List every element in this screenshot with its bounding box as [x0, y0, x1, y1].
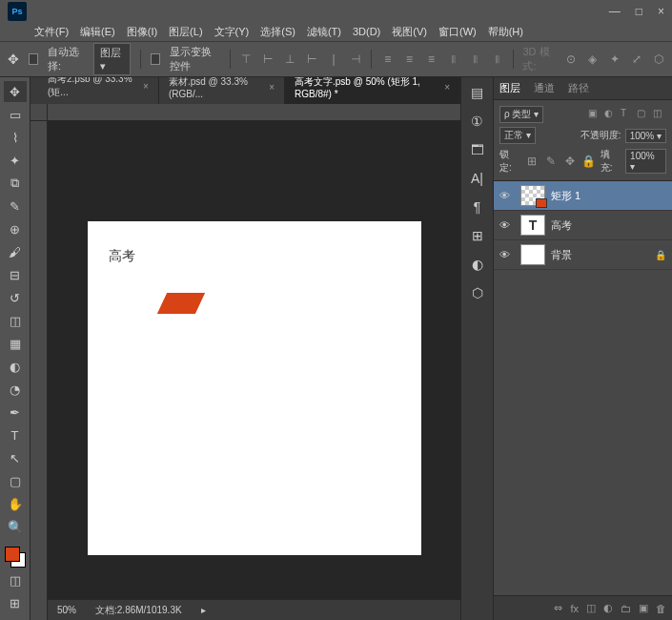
paragraph-panel-icon[interactable]: A|: [471, 171, 483, 186]
auto-select-dropdown[interactable]: 图层 ▾: [93, 43, 131, 75]
align-left-icon[interactable]: ⊢: [306, 52, 318, 67]
quickmask-tool[interactable]: ◫: [4, 569, 27, 590]
align-top-icon[interactable]: ⊤: [240, 52, 253, 67]
dodge-tool[interactable]: ◔: [4, 379, 27, 400]
filter-adjust-icon[interactable]: ◐: [604, 108, 618, 121]
layer-thumbnail[interactable]: T: [520, 215, 545, 236]
lasso-tool[interactable]: ⌇: [4, 127, 27, 148]
close-button[interactable]: ×: [658, 5, 664, 18]
menu-window[interactable]: 窗口(W): [438, 25, 477, 39]
distribute-icon-5[interactable]: ⫴: [469, 52, 481, 67]
menu-type[interactable]: 文字(Y): [214, 25, 250, 39]
show-transform-checkbox[interactable]: [151, 53, 160, 65]
stamp-tool[interactable]: ⊟: [4, 264, 27, 285]
menu-view[interactable]: 视图(V): [392, 25, 427, 39]
swatches-panel-icon[interactable]: ⊞: [472, 228, 483, 243]
crop-tool[interactable]: ⧉: [4, 173, 27, 194]
styles-panel-icon[interactable]: ⬡: [472, 285, 483, 300]
distribute-icon-4[interactable]: ⫴: [447, 52, 459, 67]
distribute-icon-6[interactable]: ⫴: [491, 52, 503, 67]
maximize-button[interactable]: □: [636, 5, 642, 18]
brush-tool[interactable]: 🖌: [4, 241, 27, 262]
layer-thumbnail[interactable]: [520, 185, 545, 206]
tab-2[interactable]: 素材.psd @ 33.3%(RGB/...×: [159, 77, 285, 104]
distribute-icon-1[interactable]: ≡: [381, 52, 394, 67]
distribute-icon-3[interactable]: ≡: [425, 52, 438, 67]
adjustment-layer-icon[interactable]: ◐: [603, 602, 613, 614]
layer-row[interactable]: 👁 背景 🔒: [494, 240, 672, 270]
lock-all-icon[interactable]: 🔒: [581, 154, 597, 169]
layer-filter-dropdown[interactable]: ρ 类型 ▾: [499, 106, 543, 123]
visibility-toggle[interactable]: 👁: [499, 249, 515, 260]
layer-row[interactable]: 👁 T 高考: [494, 211, 672, 240]
menu-edit[interactable]: 编辑(E): [80, 25, 115, 39]
minimize-button[interactable]: —: [609, 5, 621, 18]
channels-tab[interactable]: 通道: [534, 81, 555, 95]
layer-row[interactable]: 👁 矩形 1: [494, 181, 672, 211]
visibility-toggle[interactable]: 👁: [499, 190, 515, 201]
canvas-area[interactable]: 高考: [48, 121, 460, 599]
eyedropper-tool[interactable]: ✎: [4, 196, 27, 217]
screenmode-tool[interactable]: ⊞: [4, 592, 27, 613]
opacity-input[interactable]: 100% ▾: [625, 129, 666, 143]
zoom-tool[interactable]: 🔍: [4, 516, 27, 537]
fx-icon[interactable]: fx: [570, 603, 579, 614]
group-icon[interactable]: 🗀: [621, 603, 631, 614]
brush-panel-icon[interactable]: ¶: [474, 199, 481, 215]
layer-name[interactable]: 高考: [551, 218, 666, 233]
type-tool[interactable]: T: [4, 424, 27, 445]
tab-close-icon[interactable]: ×: [444, 82, 450, 93]
properties-panel-icon[interactable]: ①: [471, 114, 483, 129]
menu-filter[interactable]: 滤镜(T): [307, 25, 341, 39]
blur-tool[interactable]: ◐: [4, 356, 27, 377]
ruler-horizontal[interactable]: [48, 104, 460, 121]
menu-file[interactable]: 文件(F): [34, 25, 69, 39]
eraser-tool[interactable]: ◫: [4, 310, 27, 331]
wand-tool[interactable]: ✦: [4, 150, 27, 171]
blend-mode-dropdown[interactable]: 正常 ▾: [499, 127, 536, 144]
color-swatch[interactable]: [5, 547, 26, 568]
new-layer-icon[interactable]: ▣: [639, 602, 648, 614]
zoom-level[interactable]: 50%: [57, 605, 76, 615]
lock-transparency-icon[interactable]: ⊞: [524, 154, 540, 169]
path-tool[interactable]: ↖: [4, 447, 27, 468]
align-right-icon[interactable]: ⊣: [350, 52, 362, 67]
mask-icon[interactable]: ◫: [586, 602, 596, 614]
menu-image[interactable]: 图像(I): [127, 25, 157, 39]
ruler-vertical[interactable]: [31, 121, 48, 620]
layer-name[interactable]: 背景: [551, 248, 649, 262]
paths-tab[interactable]: 路径: [568, 81, 589, 95]
filter-text-icon[interactable]: T: [621, 108, 634, 121]
shape-tool[interactable]: ▢: [4, 470, 27, 491]
foreground-color[interactable]: [5, 547, 20, 562]
healing-tool[interactable]: ⊕: [4, 218, 27, 239]
auto-select-checkbox[interactable]: [29, 53, 38, 65]
menu-select[interactable]: 选择(S): [260, 25, 295, 39]
doc-info[interactable]: 文档:2.86M/1019.3K: [95, 604, 182, 617]
filter-smart-icon[interactable]: ◫: [653, 108, 666, 121]
tab-1[interactable]: 高考2.psb @ 33.3% (矩...×: [38, 77, 159, 104]
history-brush-tool[interactable]: ↺: [4, 287, 27, 308]
marquee-tool[interactable]: ▭: [4, 104, 27, 125]
visibility-toggle[interactable]: 👁: [499, 219, 515, 231]
filter-pixel-icon[interactable]: ▣: [588, 108, 601, 121]
distribute-icon-2[interactable]: ≡: [403, 52, 416, 67]
align-bottom-icon[interactable]: ⊥: [284, 52, 296, 67]
tab-close-icon[interactable]: ×: [143, 81, 149, 92]
history-panel-icon[interactable]: ▤: [471, 85, 483, 100]
layers-tab[interactable]: 图层: [499, 81, 520, 95]
fill-input[interactable]: 100% ▾: [625, 149, 666, 174]
filter-shape-icon[interactable]: ▢: [637, 108, 650, 121]
align-center-icon[interactable]: |: [328, 52, 340, 67]
status-arrow-icon[interactable]: ▸: [201, 605, 206, 615]
menu-help[interactable]: 帮助(H): [488, 25, 523, 39]
tab-3[interactable]: 高考文字.psb @ 50% (矩形 1, RGB/8#) *×: [285, 77, 460, 104]
tab-close-icon[interactable]: ×: [269, 82, 275, 93]
gradient-tool[interactable]: ▦: [4, 333, 27, 354]
menu-layer[interactable]: 图层(L): [169, 25, 202, 39]
layer-name[interactable]: 矩形 1: [551, 189, 666, 203]
lock-image-icon[interactable]: ✎: [543, 154, 559, 169]
move-tool[interactable]: ✥: [4, 81, 27, 102]
hand-tool[interactable]: ✋: [4, 493, 27, 514]
delete-layer-icon[interactable]: 🗑: [656, 603, 666, 614]
